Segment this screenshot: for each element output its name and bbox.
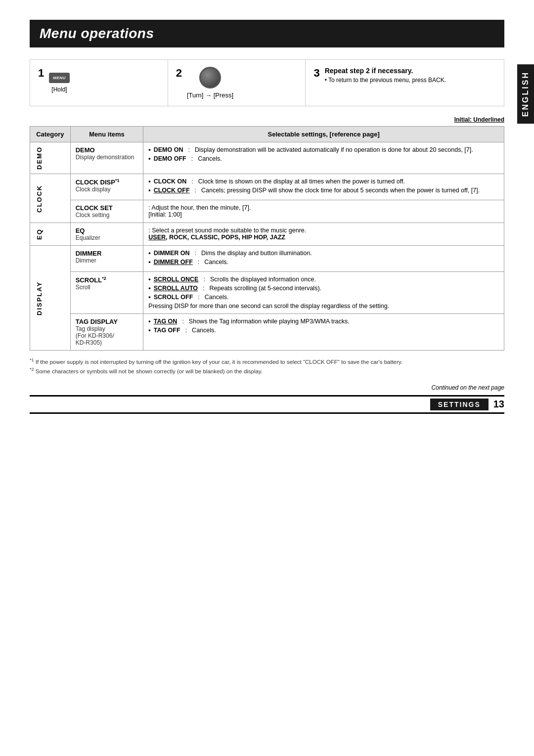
page-title: Menu operations	[40, 26, 494, 42]
col-settings: Selectable settings, [reference page]	[143, 127, 504, 142]
footer-settings-label: SETTINGS	[430, 399, 489, 410]
category-clock: CLOCK	[30, 174, 71, 223]
menu-table: Category Menu items Selectable settings,…	[30, 126, 504, 351]
page: ENGLISH Menu operations 1 MENU [Hold] 2 …	[0, 0, 534, 434]
list-item: • DIMMER ON : Dims the display and butto…	[148, 250, 499, 257]
list-item: • SCROLL ONCE : Scrolls the displayed in…	[148, 276, 499, 283]
list-item: • DEMO OFF : Cancels.	[148, 155, 499, 162]
table-row: DISPLAY DIMMER Dimmer • DIMMER ON : Dims…	[30, 246, 504, 272]
step-1-content: MENU [Hold]	[49, 73, 70, 93]
title-bar: Menu operations	[30, 20, 504, 47]
settings-clock-set: : Adjust the hour, then the minute, [7].…	[143, 200, 504, 223]
step-3: 3 Repeat step 2 if necessary. • To retur…	[306, 60, 504, 106]
list-item: • CLOCK OFF : Cancels; pressing DISP wil…	[148, 187, 499, 194]
step-3-number: 3	[313, 67, 319, 80]
category-display: DISPLAY	[30, 246, 71, 351]
table-row: CLOCK SET Clock setting : Adjust the hou…	[30, 200, 504, 223]
menu-item-tag-display: TAG DISPLAY Tag display(For KD-R306/KD-R…	[70, 314, 143, 351]
list-item: • TAG ON : Shows the Tag information whi…	[148, 318, 499, 325]
menu-item-demo: DEMO Display demonstration	[70, 142, 143, 174]
step-2-instruction: [Turn] → [Press]	[187, 91, 233, 99]
english-sidebar-label: ENGLISH	[517, 64, 534, 124]
step-1-number: 1	[38, 67, 44, 80]
list-item: • TAG OFF : Cancels.	[148, 327, 499, 334]
col-category: Category	[30, 127, 71, 142]
step-2-number: 2	[176, 67, 182, 80]
table-row: CLOCK CLOCK DISP*1 Clock display • CLOCK…	[30, 174, 504, 200]
settings-tag-display: • TAG ON : Shows the Tag information whi…	[143, 314, 504, 351]
step-2-content: [Turn] → [Press]	[187, 67, 233, 99]
settings-clock-disp: • CLOCK ON : Clock time is shown on the …	[143, 174, 504, 200]
step-3-desc: • To return to the previous menu, press …	[325, 77, 446, 84]
knob-icon	[199, 67, 221, 89]
continued-label: Continued on the next page	[30, 384, 504, 391]
menu-item-dimmer: DIMMER Dimmer	[70, 246, 143, 272]
table-row: TAG DISPLAY Tag display(For KD-R306/KD-R…	[30, 314, 504, 351]
footnotes: *1 If the power supply is not interrupte…	[30, 357, 504, 374]
table-row: DEMO DEMO Display demonstration • DEMO O…	[30, 142, 504, 174]
category-demo: DEMO	[30, 142, 71, 174]
table-header-row: Category Menu items Selectable settings,…	[30, 127, 504, 142]
table-row: EQ EQ Equalizer : Select a preset sound …	[30, 223, 504, 246]
menu-item-scroll: SCROLL*2 Scroll	[70, 272, 143, 314]
footer-page-number: 13	[493, 399, 504, 410]
scroll-extra: Pressing DISP for more than one second c…	[148, 303, 499, 310]
initial-note: Initial: Underlined	[30, 116, 504, 123]
list-item: • CLOCK ON : Clock time is shown on the …	[148, 178, 499, 185]
settings-eq: : Select a preset sound mode suitable to…	[143, 223, 504, 246]
menu-item-clock-set: CLOCK SET Clock setting	[70, 200, 143, 223]
menu-button-icon: MENU	[49, 73, 70, 83]
list-item: • SCROLL AUTO : Repeats scrolling (at 5-…	[148, 285, 499, 292]
table-row: SCROLL*2 Scroll • SCROLL ONCE : Scrolls …	[30, 272, 504, 314]
menu-item-clock-disp: CLOCK DISP*1 Clock display	[70, 174, 143, 200]
steps-row: 1 MENU [Hold] 2 [Turn] → [Press] 3 Repea…	[30, 59, 504, 106]
list-item: • SCROLL OFF : Cancels.	[148, 294, 499, 301]
list-item: • DIMMER OFF : Cancels.	[148, 259, 499, 266]
settings-demo: • DEMO ON : Display demonstration will b…	[143, 142, 504, 174]
menu-item-eq: EQ Equalizer	[70, 223, 143, 246]
footer-bar: SETTINGS 13	[30, 395, 504, 414]
initial-value: Underlined	[473, 116, 504, 123]
col-menu-items: Menu items	[70, 127, 143, 142]
step-2: 2 [Turn] → [Press]	[168, 60, 306, 106]
footnote-1: *1 If the power supply is not interrupte…	[30, 357, 504, 365]
footnote-2: *2 Some characters or symbols will not b…	[30, 367, 504, 374]
list-item: • DEMO ON : Display demonstration will b…	[148, 146, 499, 153]
step-3-title: Repeat step 2 if necessary.	[325, 67, 446, 75]
category-eq: EQ	[30, 223, 71, 246]
hold-label: [Hold]	[51, 86, 67, 93]
settings-dimmer: • DIMMER ON : Dims the display and butto…	[143, 246, 504, 272]
step-1: 1 MENU [Hold]	[30, 60, 168, 106]
settings-scroll: • SCROLL ONCE : Scrolls the displayed in…	[143, 272, 504, 314]
